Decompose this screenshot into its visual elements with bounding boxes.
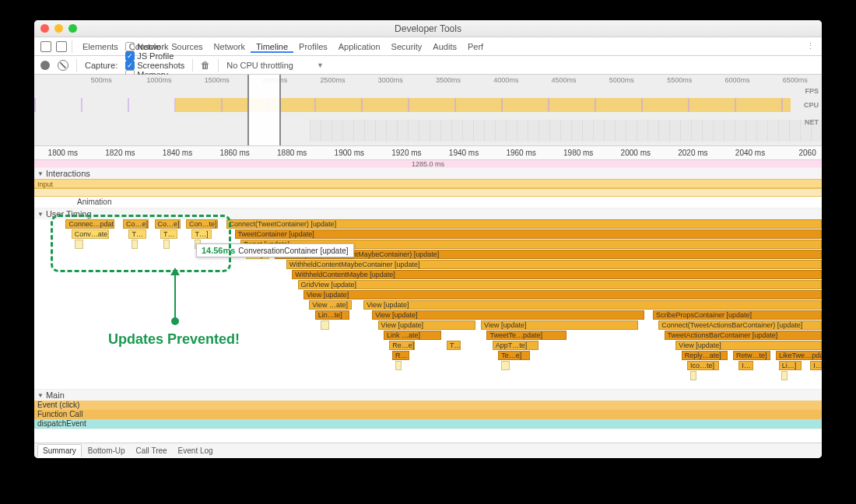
flame-bar[interactable]: Co…e] xyxy=(123,219,149,229)
flame-bar[interactable]: T…] xyxy=(191,229,212,239)
details-tab-summary[interactable]: Summary xyxy=(37,444,82,457)
flame-bar[interactable]: TweetTe…pdate] xyxy=(486,331,567,340)
flame-bar[interactable]: I… xyxy=(810,361,822,370)
ruler-tick: 2040 ms xyxy=(735,149,765,157)
ruler-tick: 1800 ms xyxy=(48,149,78,157)
close-icon[interactable] xyxy=(40,24,49,33)
annotation-text: Updates Prevented! xyxy=(108,331,240,348)
main-row-event: Event (click) xyxy=(34,401,822,410)
user-timing-section[interactable]: ▼User Timing xyxy=(34,208,822,219)
ruler-tick: 2060 xyxy=(798,149,816,157)
flame-bar[interactable] xyxy=(321,320,329,330)
ruler-tick: 1820 ms xyxy=(105,149,135,157)
window-title: Developer Tools xyxy=(395,23,461,34)
checkbox-icon: ✓ xyxy=(125,61,135,70)
inspect-icon[interactable] xyxy=(40,41,51,52)
record-button[interactable] xyxy=(40,61,50,70)
flame-chart[interactable]: Connec…pdate]Co…e]Co…e]Con…te]Connect(Tw… xyxy=(34,219,822,389)
overview-tick: 5000ms xyxy=(609,76,634,84)
flame-bar[interactable] xyxy=(501,361,510,370)
titlebar: Developer Tools xyxy=(34,20,822,37)
flame-bar[interactable]: WithheldContentMaybe [update] xyxy=(292,270,822,279)
capture-network[interactable]: Network xyxy=(125,42,184,51)
overview-tick: 6500ms xyxy=(783,76,808,84)
capture-js-profile[interactable]: ✓JS Profile xyxy=(125,51,184,61)
tab-timeline[interactable]: Timeline xyxy=(251,42,293,53)
flame-bar[interactable]: View [update] xyxy=(378,320,475,330)
cpu-throttle-select[interactable]: No CPU throttling ▼ xyxy=(226,61,324,70)
flame-bar[interactable]: Con…te] xyxy=(186,219,217,229)
flame-bar[interactable]: Re…e] xyxy=(389,341,415,350)
flame-bar[interactable]: Te…e] xyxy=(498,351,529,360)
device-icon[interactable] xyxy=(56,41,67,52)
flame-bar[interactable]: LikeTwe…pdate] xyxy=(776,351,822,360)
details-tab-event-log[interactable]: Event Log xyxy=(174,445,218,457)
flame-bar[interactable]: Connec…pdate] xyxy=(65,219,114,229)
overflow-menu-icon[interactable]: ⋮ xyxy=(806,41,816,51)
overview-selection[interactable] xyxy=(247,75,280,145)
tab-audits[interactable]: Audits xyxy=(427,42,462,51)
flame-bar[interactable] xyxy=(163,240,170,249)
overview-tick: 5500ms xyxy=(667,76,692,84)
details-tab-bottom-up[interactable]: Bottom-Up xyxy=(83,445,130,457)
flame-bar[interactable]: Ico…te] xyxy=(687,361,718,370)
flame-bar[interactable]: View [update] xyxy=(363,300,822,310)
flame-bar[interactable]: Connect(WithheldContentMaybeContainer) [… xyxy=(275,250,822,259)
flame-bar[interactable]: R… xyxy=(392,351,409,360)
flame-bar[interactable]: TweetContainer [update] xyxy=(235,229,822,239)
tab-application[interactable]: Application xyxy=(333,42,386,51)
selection-duration: 1285.0 ms xyxy=(34,160,822,168)
flame-bar[interactable]: View [update] xyxy=(303,290,822,299)
zoom-icon[interactable] xyxy=(68,24,77,33)
flame-bar[interactable]: Link …ate] xyxy=(384,331,441,340)
flame-bar[interactable]: ScribePropsContainer [update] xyxy=(653,310,822,320)
checkbox-icon xyxy=(125,42,135,51)
flame-bar[interactable]: GridView [update] xyxy=(298,280,822,289)
tab-security[interactable]: Security xyxy=(386,42,428,51)
flame-bar[interactable]: AppT…te] xyxy=(493,341,539,350)
flame-bar[interactable]: Co…e] xyxy=(155,219,181,229)
flame-bar[interactable]: Connect(TweetActionsBarContainer) [updat… xyxy=(658,320,822,330)
flame-bar[interactable]: Reply…ate] xyxy=(682,351,728,360)
annotation-arrow xyxy=(174,272,176,319)
flame-bar[interactable]: View [update] xyxy=(481,320,638,330)
tab-perf[interactable]: Perf xyxy=(462,42,489,51)
capture-screenshots[interactable]: ✓Screenshots xyxy=(125,61,184,70)
minimize-icon[interactable] xyxy=(54,24,63,33)
flame-bar[interactable]: View [update] xyxy=(675,341,822,350)
timeline-overview[interactable]: 500ms1000ms1500ms2000ms2500ms3000ms3500m… xyxy=(34,75,822,146)
flame-bar[interactable]: WithheldContentMaybeContainer [update] xyxy=(286,260,822,269)
flame-bar[interactable] xyxy=(395,361,402,370)
clear-button[interactable] xyxy=(58,60,68,71)
flame-bar[interactable]: Connect(TweetContainer) [update] xyxy=(226,219,822,229)
cpu-label: CPU xyxy=(804,101,819,109)
flame-bar[interactable]: View …ate] xyxy=(309,300,352,310)
timeline-toolbar: Capture: Network✓JS Profile✓ScreenshotsM… xyxy=(34,56,822,75)
flame-bar[interactable]: T… xyxy=(160,229,177,239)
details-tab-call-tree[interactable]: Call Tree xyxy=(132,445,172,457)
flame-bar[interactable]: TweetActionsBarContainer [update] xyxy=(665,331,822,340)
flame-bar[interactable] xyxy=(781,371,788,380)
flame-bar[interactable]: Li…] xyxy=(779,361,802,370)
tab-elements[interactable]: Elements xyxy=(77,42,124,51)
traffic-lights xyxy=(40,24,77,33)
flame-bar[interactable]: Conv…ate] xyxy=(72,229,109,239)
time-ruler[interactable]: 1800 ms1820 ms1840 ms1860 ms1880 ms1900 … xyxy=(34,146,822,160)
animation-label: Animation xyxy=(34,197,822,208)
tab-network[interactable]: Network xyxy=(209,42,251,51)
flame-bar[interactable]: View [update] xyxy=(372,310,644,320)
flame-bar[interactable]: T… xyxy=(128,229,146,239)
overview-tick: 2500ms xyxy=(320,76,345,84)
flame-bar[interactable] xyxy=(690,371,696,380)
flame-bar[interactable]: I… xyxy=(738,361,753,370)
flame-bar[interactable] xyxy=(75,240,83,249)
gc-icon[interactable]: 🗑 xyxy=(201,60,210,71)
interactions-section[interactable]: ▼Interactions xyxy=(34,168,822,179)
tab-profiles[interactable]: Profiles xyxy=(293,42,333,51)
flame-bar[interactable] xyxy=(132,240,138,249)
flame-bar[interactable]: Retw…te] xyxy=(733,351,770,360)
main-section[interactable]: ▼Main xyxy=(34,390,822,401)
devtools-window: Developer Tools ElementsConsoleSourcesNe… xyxy=(34,20,822,458)
flame-bar[interactable]: T… xyxy=(447,341,461,350)
flame-bar[interactable]: Lin…te] xyxy=(315,310,349,320)
